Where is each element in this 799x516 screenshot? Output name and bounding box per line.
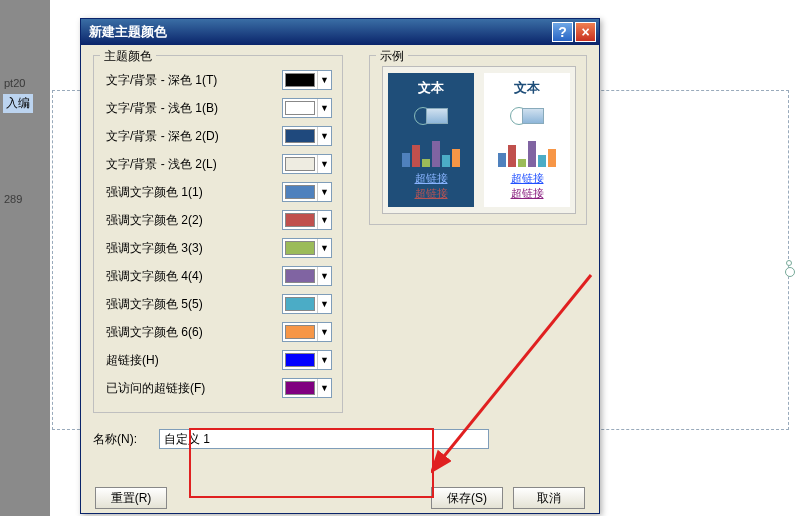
theme-color-row: 强调文字颜色 1(1)▼ <box>106 178 332 206</box>
theme-color-label: 文字/背景 - 深色 2(D) <box>106 128 282 145</box>
color-dropdown[interactable]: ▼ <box>282 294 332 314</box>
theme-color-label: 文字/背景 - 深色 1(T) <box>106 72 282 89</box>
color-swatch <box>285 381 315 395</box>
theme-color-row: 强调文字颜色 2(2)▼ <box>106 206 332 234</box>
color-swatch <box>285 297 315 311</box>
chevron-down-icon: ▼ <box>317 99 331 117</box>
chevron-down-icon: ▼ <box>317 155 331 173</box>
color-swatch <box>285 241 315 255</box>
chevron-down-icon: ▼ <box>317 323 331 341</box>
name-row: 名称(N): <box>93 423 587 449</box>
sample-tile-light: 文本 超链接 超链接 <box>484 73 570 207</box>
sample-preview: 文本 超链接 超链接 文本 超链接 超链接 <box>382 66 576 214</box>
color-swatch <box>285 185 315 199</box>
theme-colors-group: 主题颜色 文字/背景 - 深色 1(T)▼文字/背景 - 浅色 1(B)▼文字/… <box>93 55 343 413</box>
chevron-down-icon: ▼ <box>317 71 331 89</box>
color-dropdown[interactable]: ▼ <box>282 210 332 230</box>
color-dropdown[interactable]: ▼ <box>282 126 332 146</box>
chevron-down-icon: ▼ <box>317 127 331 145</box>
color-swatch <box>285 73 315 87</box>
theme-color-label: 文字/背景 - 浅色 2(L) <box>106 156 282 173</box>
color-swatch <box>285 101 315 115</box>
theme-color-label: 强调文字颜色 3(3) <box>106 240 282 257</box>
theme-color-label: 强调文字颜色 4(4) <box>106 268 282 285</box>
theme-color-label: 已访问的超链接(F) <box>106 380 282 397</box>
help-button[interactable]: ? <box>552 22 573 42</box>
name-label: 名称(N): <box>93 431 159 448</box>
dialog-title: 新建主题颜色 <box>89 23 550 41</box>
mini-chart-dark <box>402 135 460 167</box>
theme-colors-legend: 主题颜色 <box>100 48 156 65</box>
theme-color-row: 文字/背景 - 浅色 1(B)▼ <box>106 94 332 122</box>
color-swatch <box>285 213 315 227</box>
color-swatch <box>285 157 315 171</box>
color-swatch <box>285 325 315 339</box>
annotation-arrow <box>431 265 621 485</box>
sample-tile-dark: 文本 超链接 超链接 <box>388 73 474 207</box>
color-dropdown[interactable]: ▼ <box>282 154 332 174</box>
theme-color-label: 强调文字颜色 5(5) <box>106 296 282 313</box>
theme-color-row: 文字/背景 - 深色 1(T)▼ <box>106 66 332 94</box>
theme-color-row: 强调文字颜色 5(5)▼ <box>106 290 332 318</box>
sample-group: 示例 文本 超链接 超链接 文本 超链接 超链接 <box>369 55 587 225</box>
chevron-down-icon: ▼ <box>317 379 331 397</box>
background-sidebar: pt20 入编 289 <box>0 0 50 516</box>
name-input[interactable] <box>159 429 489 449</box>
chevron-down-icon: ▼ <box>317 295 331 313</box>
save-button[interactable]: 保存(S) <box>431 487 503 509</box>
theme-color-label: 强调文字颜色 6(6) <box>106 324 282 341</box>
close-button[interactable]: × <box>575 22 596 42</box>
theme-color-row: 文字/背景 - 深色 2(D)▼ <box>106 122 332 150</box>
theme-color-row: 已访问的超链接(F)▼ <box>106 374 332 402</box>
color-dropdown[interactable]: ▼ <box>282 266 332 286</box>
sample-legend: 示例 <box>376 48 408 65</box>
theme-color-row: 超链接(H)▼ <box>106 346 332 374</box>
titlebar: 新建主题颜色 ? × <box>81 19 599 45</box>
color-dropdown[interactable]: ▼ <box>282 182 332 202</box>
color-dropdown[interactable]: ▼ <box>282 350 332 370</box>
theme-color-row: 强调文字颜色 3(3)▼ <box>106 234 332 262</box>
mini-chart-light <box>498 135 556 167</box>
color-swatch <box>285 129 315 143</box>
color-swatch <box>285 353 315 367</box>
reset-button[interactable]: 重置(R) <box>95 487 167 509</box>
theme-color-label: 文字/背景 - 浅色 1(B) <box>106 100 282 117</box>
chevron-down-icon: ▼ <box>317 351 331 369</box>
theme-color-row: 强调文字颜色 4(4)▼ <box>106 262 332 290</box>
new-theme-colors-dialog: 新建主题颜色 ? × 主题颜色 文字/背景 - 深色 1(T)▼文字/背景 - … <box>80 18 600 514</box>
color-dropdown[interactable]: ▼ <box>282 378 332 398</box>
color-dropdown[interactable]: ▼ <box>282 98 332 118</box>
color-dropdown[interactable]: ▼ <box>282 70 332 90</box>
theme-color-label: 强调文字颜色 2(2) <box>106 212 282 229</box>
theme-color-label: 超链接(H) <box>106 352 282 369</box>
theme-color-label: 强调文字颜色 1(1) <box>106 184 282 201</box>
color-dropdown[interactable]: ▼ <box>282 322 332 342</box>
chevron-down-icon: ▼ <box>317 211 331 229</box>
color-dropdown[interactable]: ▼ <box>282 238 332 258</box>
theme-color-row: 强调文字颜色 6(6)▼ <box>106 318 332 346</box>
chevron-down-icon: ▼ <box>317 267 331 285</box>
theme-color-row: 文字/背景 - 浅色 2(L)▼ <box>106 150 332 178</box>
chevron-down-icon: ▼ <box>317 183 331 201</box>
color-swatch <box>285 269 315 283</box>
cancel-button[interactable]: 取消 <box>513 487 585 509</box>
chevron-down-icon: ▼ <box>317 239 331 257</box>
